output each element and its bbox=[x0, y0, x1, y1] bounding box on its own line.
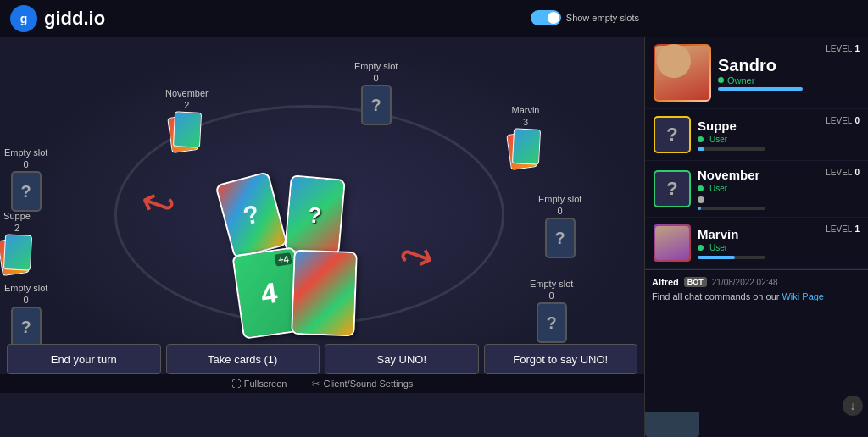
game-area: ↩ ↩ ? November 2 Empty slot 0 ? Empty sl… bbox=[0, 37, 644, 393]
marvin-name: Marvin bbox=[698, 227, 738, 241]
suppe-level-area: LEVEL 0 bbox=[826, 116, 860, 125]
sandro-role-label: Owner bbox=[727, 75, 754, 86]
client-sound-label: Client/Sound Settings bbox=[323, 379, 413, 389]
hand-card-1-plus: +4 bbox=[275, 252, 292, 266]
toggle-label: Show empty slots bbox=[566, 13, 639, 23]
settings-icon: ✂ bbox=[312, 379, 320, 390]
empty-slot-top: Empty slot 0 ? bbox=[354, 61, 398, 125]
player-suppe-board: Suppe 2 bbox=[0, 211, 34, 277]
marvin-level-area: LEVEL 1 bbox=[826, 224, 860, 234]
november-card-avatar: ? bbox=[654, 170, 691, 207]
marvin-role: User bbox=[709, 243, 727, 252]
empty-slot-lb-label: Empty slot bbox=[4, 283, 47, 293]
november-cards bbox=[170, 112, 203, 154]
empty-slot-right-bot: Empty slot 0 ? bbox=[530, 279, 573, 343]
logo-icon: g bbox=[10, 5, 37, 32]
empty-slot-rm-label: Empty slot bbox=[538, 194, 581, 204]
suppe-status-dot bbox=[698, 136, 704, 142]
player-marvin-entry: Marvin User LEVEL 1 bbox=[645, 218, 868, 269]
card-active[interactable]: ? bbox=[285, 174, 347, 255]
november-level-num: 0 bbox=[854, 168, 860, 177]
end-turn-button[interactable]: End your turn bbox=[7, 344, 161, 374]
center-cards: ? bbox=[224, 177, 342, 253]
client-sound-button[interactable]: ✂ Client/Sound Settings bbox=[312, 379, 413, 390]
logo-text: gidd.io bbox=[44, 8, 105, 30]
marvin-board-count: 3 bbox=[523, 117, 528, 127]
player-suppe-entry: ? Suppe User LEVEL 0 bbox=[645, 109, 868, 161]
sandro-name: Sandro bbox=[718, 56, 860, 75]
hand-card-2[interactable] bbox=[291, 250, 357, 337]
suppe-board-label: Suppe bbox=[3, 211, 31, 221]
chat-message: Find all chat commands on our Wiki Page bbox=[652, 290, 861, 303]
suppe-xp-bar bbox=[698, 147, 765, 151]
november-level-area: LEVEL 0 bbox=[826, 168, 860, 177]
card-deck[interactable] bbox=[215, 171, 288, 259]
sandro-level-area: LEVEL 1 bbox=[826, 44, 860, 53]
right-panel: Sandro Owner LEVEL 1 ? Suppe User bbox=[644, 37, 868, 437]
footer-bar: ⛶ Fullscreen ✂ Client/Sound Settings bbox=[0, 374, 644, 393]
suppe-role: User bbox=[709, 135, 727, 144]
chat-bot-badge: BOT bbox=[684, 277, 707, 287]
player-marvin-board: Marvin 3 bbox=[509, 105, 542, 171]
empty-slot-lt-count: 0 bbox=[24, 159, 29, 169]
empty-slot-lt-card: ? bbox=[11, 171, 42, 212]
fullscreen-button[interactable]: ⛶ Fullscreen bbox=[231, 379, 287, 389]
suppe-level-num: 0 bbox=[854, 116, 860, 125]
empty-slot-left-bot: Empty slot 0 ? bbox=[4, 283, 47, 347]
november-xp-bar bbox=[698, 207, 765, 210]
november-name: November bbox=[698, 168, 760, 182]
november-board-count: 2 bbox=[184, 100, 189, 110]
empty-slot-top-label: Empty slot bbox=[354, 61, 398, 71]
suppe-xp-fill bbox=[698, 147, 704, 151]
marvin-board-label: Marvin bbox=[511, 105, 539, 115]
suppe-level-label: LEVEL bbox=[826, 116, 852, 125]
fullscreen-label: Fullscreen bbox=[244, 379, 287, 389]
action-bar: End your turn Take cards (1) Say UNO! Fo… bbox=[0, 344, 644, 374]
empty-slot-right-mid: Empty slot 0 ? bbox=[538, 194, 581, 258]
sandro-role: Owner bbox=[718, 75, 860, 86]
header: g gidd.io Show empty slots bbox=[0, 0, 868, 37]
fullscreen-icon: ⛶ bbox=[231, 379, 241, 389]
suppe-board-count: 2 bbox=[14, 223, 19, 233]
forgot-uno-button[interactable]: Forgot to say UNO! bbox=[484, 344, 638, 374]
empty-slot-top-count: 0 bbox=[374, 73, 379, 83]
sandro-level-label: LEVEL bbox=[826, 44, 852, 53]
empty-slot-rm-count: 0 bbox=[558, 206, 563, 216]
empty-slot-top-card: ? bbox=[361, 85, 392, 125]
marvin-status-dot bbox=[698, 245, 704, 251]
chat-timestamp: 21/08/2022 02:48 bbox=[712, 278, 778, 287]
logo-plain: .io bbox=[83, 8, 105, 29]
empty-slot-rb-card: ? bbox=[537, 302, 567, 343]
marvin-cards bbox=[509, 129, 542, 171]
logo: g gidd.io bbox=[10, 5, 105, 32]
player-hand: 4 +4 bbox=[237, 251, 356, 335]
empty-slot-lb-card: ? bbox=[11, 307, 42, 347]
marvin-xp-fill bbox=[698, 256, 735, 259]
player-november-board: November 2 bbox=[165, 88, 209, 154]
marvin-avatar bbox=[654, 224, 691, 262]
say-uno-button[interactable]: Say UNO! bbox=[325, 344, 479, 374]
november-role: User bbox=[709, 184, 727, 193]
marvin-level-num: 1 bbox=[854, 224, 860, 234]
show-empty-toggle-area: Show empty slots bbox=[531, 10, 639, 25]
sandro-status-dot bbox=[718, 77, 724, 83]
sandro-xp-bar bbox=[718, 87, 803, 91]
empty-slot-rb-label: Empty slot bbox=[530, 279, 573, 289]
november-level-label: LEVEL bbox=[826, 168, 852, 177]
empty-slot-rm-card: ? bbox=[545, 218, 576, 258]
november-board-label: November bbox=[165, 88, 209, 98]
take-cards-button[interactable]: Take cards (1) bbox=[166, 344, 320, 374]
sandro-info: Sandro Owner bbox=[718, 56, 860, 91]
empty-slot-lb-count: 0 bbox=[24, 295, 29, 305]
empty-slot-left-top: Empty slot 0 ? bbox=[4, 147, 47, 212]
marvin-level-label: LEVEL bbox=[826, 224, 852, 234]
chat-message-text: Find all chat commands on our bbox=[652, 291, 782, 301]
sandro-level-num: 1 bbox=[854, 44, 860, 53]
suppe-cards bbox=[0, 235, 34, 277]
empty-slot-lt-label: Empty slot bbox=[4, 147, 47, 158]
chat-header: Alfred BOT 21/08/2022 02:48 bbox=[652, 277, 861, 287]
marvin-xp-bar bbox=[698, 256, 765, 259]
chat-wiki-link[interactable]: Wiki Page bbox=[782, 291, 824, 301]
show-empty-toggle[interactable] bbox=[531, 10, 561, 25]
scroll-button[interactable]: ↓ bbox=[843, 396, 863, 416]
